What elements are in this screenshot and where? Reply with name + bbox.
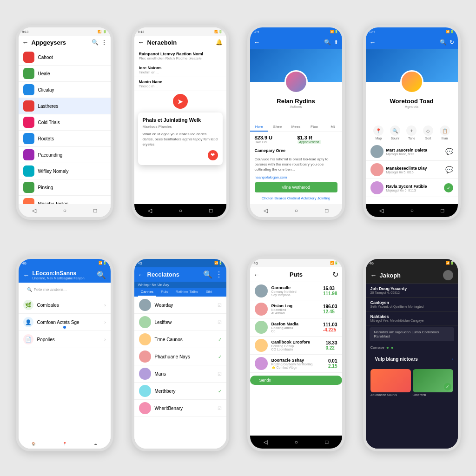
home-nav[interactable]: ○ [179,207,182,214]
tab-rathine[interactable]: Rathine Talho [173,288,201,297]
search-action[interactable]: 🔍 Sounr [390,126,400,140]
location-menu-item[interactable]: 📍 [63,442,67,446]
app-icon [23,100,34,112]
back-nav[interactable]: ◁ [379,207,383,214]
recent-nav[interactable]: □ [93,207,97,214]
list-item[interactable]: Clicalay [19,82,111,98]
share-icon[interactable]: ⬆ [334,39,338,46]
profile-item[interactable]: Joh Doog Yoaarity 20 Taonpol 4, 05812 [366,284,458,298]
company-link[interactable]: naanpolalogan.com [250,174,342,180]
phone4-back[interactable]: ← [370,39,376,46]
message-icon[interactable]: 💬 [445,166,453,173]
payment-item[interactable]: Daefon Madia Reading Atfball Co 111.03 -… [250,318,342,337]
person-row[interactable]: Manakeseclinte Diay Mijeogal 6n 5, 8t16 … [366,161,458,179]
payment-item[interactable]: Canllbook Eroofore Pending Gahop CO Loom… [250,337,342,355]
contact-item[interactable]: Phachuane Nays ✓ [134,348,226,365]
tab-siht[interactable]: Siht [203,288,215,297]
sort-action[interactable]: ◇ Sort [423,126,433,140]
recent-nav[interactable]: □ [325,439,328,445]
payment-sub: Pending Gahop [271,344,322,348]
home-nav[interactable]: ○ [295,207,298,214]
message-icon[interactable]: 💬 [445,148,453,155]
contact-item[interactable]: Merthbery ✓ [134,383,226,400]
back-button[interactable]: ← [138,271,145,278]
search-icon[interactable]: 🔍 [92,39,99,46]
search-icon[interactable]: 🔍 [203,270,212,279]
contact-item[interactable]: WherltBenary ☑ [134,400,226,417]
notif-item[interactable]: Manin Nane Tneroc m... [134,77,226,91]
tab-ftoo[interactable]: Ftoo [305,123,324,132]
weather-menu[interactable]: ☁ [94,442,97,446]
search-icon[interactable]: 🔍 [440,39,447,46]
bell-icon[interactable]: 🔔 [216,39,223,46]
refresh-icon[interactable]: ↻ [332,270,338,279]
payment-item[interactable]: Boortacle Sshay Ropting Garberly hanthol… [250,355,342,373]
list-item[interactable]: Ueale [19,66,111,82]
back-nav[interactable]: ◁ [264,207,268,214]
photo-1[interactable]: Jioumbece Sounis [370,369,411,397]
refresh-icon[interactable]: ↻ [450,39,454,46]
back-button[interactable]: ← [370,271,377,279]
phone6-status: 4G 📶🔋 [134,259,226,267]
payment-item[interactable]: Oarnnalle Comany Notthied Sey tompana 16… [250,282,342,300]
list-item[interactable]: Lastheres [19,98,111,114]
phone2-back[interactable]: ← [138,39,145,46]
contact-item[interactable]: Wearday ☑ [134,297,226,314]
profile-item[interactable]: Nahtakes Mitregol Yee: Meontribtulan Can… [366,311,458,325]
more-link[interactable]: › [452,357,453,361]
tab-shee[interactable]: Shee [268,123,287,132]
home-menu[interactable]: 🏠 [32,442,36,446]
back-nav[interactable]: ◁ [32,207,36,214]
home-nav[interactable]: ○ [295,439,298,445]
list-item[interactable]: Wifliey Nomaly [19,163,111,179]
back-nav[interactable]: ◁ [148,207,152,214]
list-item[interactable]: Pinsing [19,179,111,196]
list-item[interactable]: Meschy Teclos [19,196,111,204]
tab-cannes[interactable]: Cannes [138,288,157,297]
tab-mt[interactable]: Mt [324,123,342,132]
contact-item[interactable]: Trme Caunos ✓ [134,331,226,348]
more-icon[interactable]: ⋮ [215,270,223,279]
photo-2[interactable]: ✓ Omerenti [413,369,453,397]
notif-item[interactable]: Rainpanot Ltemvy Raetion Noml Plec emeth… [134,49,226,63]
category-row[interactable]: 📄 Popolies › [19,331,111,348]
list-item[interactable]: Cold Trials [19,114,111,131]
search-icon[interactable]: 🔍 [324,39,331,46]
phone3-back[interactable]: ← [254,39,260,46]
profile-item[interactable]: Canloyen Seth Yaoent, dt Quelltene Monte… [366,298,458,311]
recent-nav[interactable]: □ [325,207,328,214]
list-item[interactable]: Pacounding [19,147,111,163]
like-button[interactable]: ❤ [208,150,218,160]
tab-mees[interactable]: Mees [287,123,305,132]
more-icon[interactable]: ⋮ [101,39,107,46]
payment-amount2: 0.22 [325,345,337,350]
send-button[interactable]: Send!! [250,376,342,385]
contact-item[interactable]: Mans ☑ [134,365,226,383]
person-row[interactable]: Ravla Sycont Fatible Majeugol 6n 5, 811G… [366,179,458,197]
back-button[interactable]: ← [23,271,30,279]
tab-puls[interactable]: Puls [158,288,171,297]
recent-nav[interactable]: □ [209,207,212,214]
list-item[interactable]: Rootets [19,131,111,147]
home-nav[interactable]: ○ [63,207,66,214]
category-row[interactable]: 🌿 Comloales › [19,297,111,314]
visit-button[interactable]: Vilne Wotherod [255,182,337,192]
home-nav[interactable]: ○ [410,207,414,214]
list-item[interactable]: Cahoot [19,49,111,66]
back-nav[interactable]: ◁ [264,439,268,445]
add-action[interactable]: + Tane [406,126,416,140]
notif-item[interactable]: Iore Naions Irnehm en... [134,63,226,77]
phone1-back[interactable]: ← [22,39,29,46]
see-more[interactable]: Cholon Bearos Ondinal Actabiery Jointing [250,194,342,202]
contact-item[interactable]: Lesiftew ☑ [134,314,226,331]
person-row[interactable]: Mart Jauorein Daleta Mijeogal basc, 6t13… [366,143,458,161]
list-action[interactable]: 📋 Ihan [440,126,450,140]
payment-item[interactable]: Pisian Log Noarntlled At Arbovii 196.03 … [250,300,342,318]
map-action[interactable]: 📍 Map [373,126,383,140]
tab-hore[interactable]: Hore [250,123,269,132]
search-icon[interactable]: 🔍 [97,271,106,279]
recent-nav[interactable]: □ [441,207,444,214]
search-bar[interactable]: 🔍 Fete me andere... [22,285,107,294]
back-button[interactable]: ← [254,271,260,278]
fab-button[interactable]: ➤ [173,94,188,109]
